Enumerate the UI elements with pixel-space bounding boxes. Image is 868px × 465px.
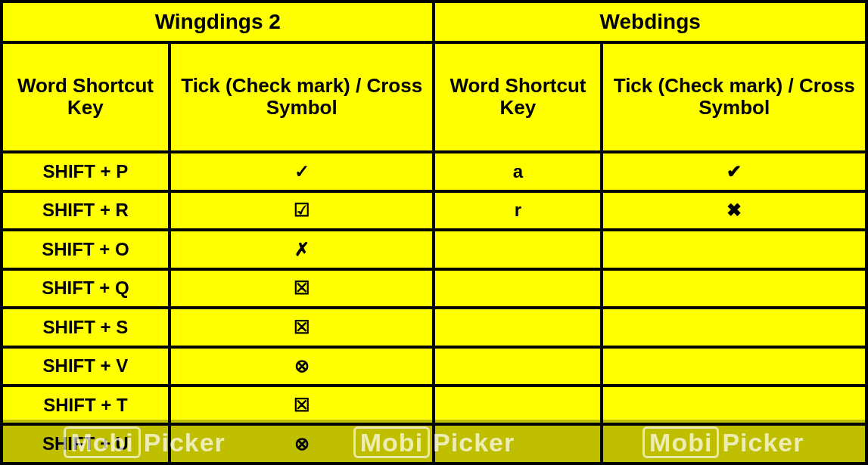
shortcut-table: Wingdings 2 Webdings Word Shortcut Key T…	[0, 0, 868, 465]
header-wingdings2: Wingdings 2	[2, 2, 434, 42]
wd-symbol	[602, 347, 866, 386]
w2-shortcut: SHIFT + S	[2, 308, 170, 346]
table-row: SHIFT + T ☒	[2, 386, 866, 424]
wd-symbol: ✖	[602, 191, 866, 230]
wd-symbol: ✔	[602, 152, 866, 191]
table-row: SHIFT + P ✓ a ✔	[2, 152, 866, 191]
table-row: SHIFT + O ✗	[2, 230, 866, 268]
wd-shortcut: a	[434, 152, 602, 191]
w2-shortcut: SHIFT + O	[2, 230, 170, 268]
w2-shortcut: SHIFT + R	[2, 191, 170, 230]
w2-symbol: ✗	[170, 230, 434, 268]
wd-symbol	[602, 308, 866, 346]
w2-symbol: ⊗	[170, 424, 434, 463]
header-webdings: Webdings	[434, 2, 866, 42]
wd-shortcut	[434, 424, 602, 463]
w2-symbol: ☒	[170, 308, 434, 346]
table-row: SHIFT + S ☒	[2, 308, 866, 346]
table-row: SHIFT + R ☑ r ✖	[2, 191, 866, 230]
w2-symbol: ✓	[170, 152, 434, 191]
table-row: SHIFT + U ⊗	[2, 424, 866, 463]
col-wd-symbol: Tick (Check mark) / Cross Symbol	[602, 42, 866, 152]
col-w2-shortcut: Word Shortcut Key	[2, 42, 170, 152]
wd-symbol	[602, 386, 866, 424]
wd-shortcut	[434, 230, 602, 268]
w2-symbol: ⊗	[170, 347, 434, 386]
w2-shortcut: SHIFT + Q	[2, 269, 170, 308]
w2-symbol: ☒	[170, 386, 434, 424]
w2-shortcut: SHIFT + U	[2, 424, 170, 463]
w2-shortcut: SHIFT + T	[2, 386, 170, 424]
wd-symbol	[602, 269, 866, 308]
wd-shortcut	[434, 347, 602, 386]
wd-shortcut	[434, 308, 602, 346]
col-w2-symbol: Tick (Check mark) / Cross Symbol	[170, 42, 434, 152]
col-wd-shortcut: Word Shortcut Key	[434, 42, 602, 152]
w2-symbol: ☒	[170, 269, 434, 308]
w2-shortcut: SHIFT + V	[2, 347, 170, 386]
wd-shortcut: r	[434, 191, 602, 230]
table-row: SHIFT + Q ☒	[2, 269, 866, 308]
wd-symbol	[602, 424, 866, 463]
wd-shortcut	[434, 269, 602, 308]
wd-symbol	[602, 230, 866, 268]
w2-symbol: ☑	[170, 191, 434, 230]
table-row: SHIFT + V ⊗	[2, 347, 866, 386]
w2-shortcut: SHIFT + P	[2, 152, 170, 191]
wd-shortcut	[434, 386, 602, 424]
